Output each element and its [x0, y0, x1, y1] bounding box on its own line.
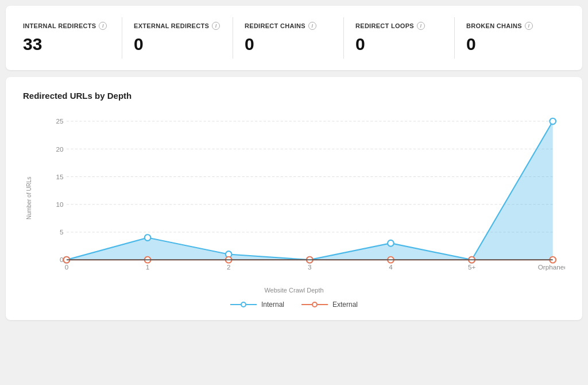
legend-internal-line-right	[246, 304, 257, 305]
info-icon-redirect-loops[interactable]: i	[417, 22, 425, 30]
x-axis-label: Website Crawl Depth	[23, 287, 565, 294]
legend-internal-line-left	[230, 304, 241, 305]
legend-internal: Internal	[230, 301, 284, 309]
chart-title: Redirected URLs by Depth	[23, 91, 565, 101]
y-tick-10: 10	[56, 201, 64, 208]
metric-item-broken-chains: BROKEN CHAINSi0	[455, 17, 565, 59]
metric-label-internal-redirects: INTERNAL REDIRECTSi	[23, 22, 110, 30]
internal-area	[67, 121, 553, 260]
legend-external-dot	[312, 302, 318, 307]
legend-external-label: External	[332, 301, 358, 309]
info-icon-external-redirects[interactable]: i	[212, 22, 220, 30]
metric-value-external-redirects: 0	[134, 34, 221, 54]
metrics-card: INTERNAL REDIRECTSi33EXTERNAL REDIRECTSi…	[6, 6, 582, 70]
metric-value-broken-chains: 0	[466, 34, 554, 54]
metric-value-redirect-chains: 0	[245, 34, 332, 54]
metric-value-internal-redirects: 33	[23, 34, 110, 54]
internal-dot-1	[145, 234, 151, 241]
metric-item-redirect-loops: REDIRECT LOOPSi0	[344, 17, 455, 59]
chart-inner: 0510152025012345+Orphaned	[39, 112, 565, 284]
x-tick-1: 1	[146, 263, 150, 271]
x-tick-2: 2	[227, 263, 231, 271]
info-icon-broken-chains[interactable]: i	[525, 22, 533, 30]
x-tick-0: 0	[65, 263, 69, 271]
legend-external-line-left	[301, 304, 312, 305]
info-icon-internal-redirects[interactable]: i	[99, 22, 107, 30]
internal-dot-4	[388, 240, 394, 247]
legend-external: External	[301, 301, 358, 309]
metric-label-redirect-chains: REDIRECT CHAINSi	[245, 22, 332, 30]
metric-item-internal-redirects: INTERNAL REDIRECTSi33	[23, 17, 122, 59]
x-tick-5: 5+	[468, 263, 475, 271]
y-tick-15: 15	[56, 173, 64, 180]
metric-item-external-redirects: EXTERNAL REDIRECTSi0	[122, 17, 233, 59]
y-tick-20: 20	[56, 145, 64, 153]
chart-container: Number of URLs 0510152025012345+Orphaned	[23, 112, 565, 284]
chart-svg: 0510152025012345+Orphaned	[39, 112, 565, 284]
y-tick-25: 25	[56, 117, 64, 125]
metric-item-redirect-chains: REDIRECT CHAINSi0	[233, 17, 344, 59]
legend-internal-dot	[241, 302, 246, 307]
legend-internal-line	[230, 302, 257, 307]
metric-value-redirect-loops: 0	[355, 34, 443, 54]
legend-external-line	[301, 302, 328, 307]
y-tick-5: 5	[60, 228, 64, 236]
internal-dot-6	[550, 118, 556, 125]
info-icon-redirect-chains[interactable]: i	[308, 22, 316, 30]
y-axis-label: Number of URLs	[23, 112, 34, 284]
metric-label-broken-chains: BROKEN CHAINSi	[466, 22, 554, 30]
metric-label-redirect-loops: REDIRECT LOOPSi	[355, 22, 443, 30]
metric-label-external-redirects: EXTERNAL REDIRECTSi	[134, 22, 221, 30]
chart-card: Redirected URLs by Depth Number of URLs …	[6, 77, 582, 320]
x-tick-3: 3	[308, 263, 312, 271]
chart-legend: Internal External	[23, 301, 565, 309]
legend-internal-label: Internal	[261, 301, 284, 309]
x-tick-6: Orphaned	[538, 263, 565, 271]
internal-line	[67, 121, 553, 260]
legend-external-line-right	[318, 304, 328, 305]
x-tick-4: 4	[389, 263, 393, 271]
